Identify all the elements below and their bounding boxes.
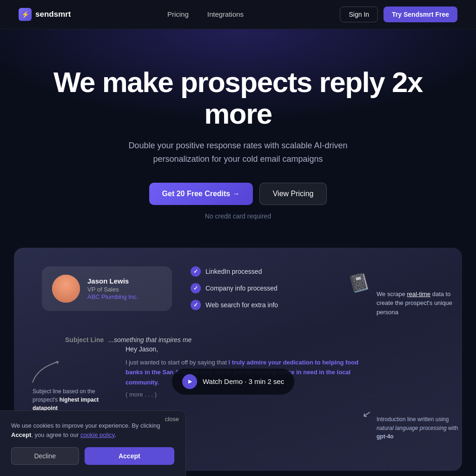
logo-text: sendsmrt [35,10,71,19]
nav-links: Pricing Integrations [167,10,244,19]
accept-button[interactable]: Accept [85,447,174,465]
email-greeting: Hey Jason, [126,345,363,353]
watch-demo-button[interactable]: Watch Demo · 3 min 2 sec [172,369,294,395]
subject-note: Subject line based on the prospect's hig… [33,387,112,412]
check-icon [191,266,201,277]
cta-primary-button[interactable]: Get 20 Free Credits → [149,183,253,205]
signin-button[interactable]: Sign In [340,7,378,22]
nav-actions: Sign In Try Sendsmrt Free [340,7,457,22]
prospect-card: Jason Lewis VP of Sales ABC Plumbing Inc… [42,266,172,311]
arrow-intro-icon: ↙ [362,408,372,421]
watch-demo-text: Watch Demo · 3 min 2 sec [203,377,284,385]
intro-note: Introduction line written using natural … [377,415,460,441]
navbar: ⚡ sendsmrt Pricing Integrations Sign In … [0,0,476,29]
logo[interactable]: ⚡ sendsmrt [19,8,71,21]
hero-headline: We make prospects reply 2x more [52,66,424,130]
check-company: Company info processed [191,283,278,293]
nav-integrations[interactable]: Integrations [207,10,244,18]
prospect-name: Jason Lewis [87,277,138,285]
try-free-button[interactable]: Try Sendsmrt Free [383,7,457,22]
check-linkedin-label: LinkedIn processed [205,268,262,275]
logo-icon: ⚡ [19,8,32,21]
nav-pricing[interactable]: Pricing [167,10,189,18]
avatar-face [52,275,80,303]
check-company-label: Company info processed [205,284,278,292]
hero-subheadline: Double your positive response rates with… [108,139,368,166]
cta-secondary-button[interactable]: View Pricing [259,183,327,205]
prospect-company: ABC Plumbing Inc. [87,293,138,300]
check-websearch: Web search for extra info [191,300,278,310]
check-linkedin: LinkedIn processed [191,266,278,277]
check-icon [191,283,201,293]
cookie-close-button[interactable]: close [165,416,179,423]
cookie-policy-link[interactable]: cookie policy [80,431,114,438]
avatar [52,275,80,303]
scrape-text: We scrape real-time data to create the p… [377,290,460,317]
prospect-info: Jason Lewis VP of Sales ABC Plumbing Inc… [87,277,138,300]
subject-value: ...something that inspires me [108,336,192,344]
hero-buttons: Get 20 Free Credits → View Pricing [19,183,457,205]
prospect-title: VP of Sales [87,286,138,293]
no-credit-card-text: No credit card required [19,212,457,220]
check-icon [191,300,201,310]
subject-label: Subject Line [65,336,104,344]
subject-area: Subject Line ...something that inspires … [42,336,192,344]
cookie-banner: close We use cookies to improve your exp… [0,410,186,476]
checks-panel: LinkedIn processed Company info processe… [191,266,278,310]
play-icon [182,374,197,389]
notebook-icon: 📓 [346,271,371,295]
decline-button[interactable]: Decline [11,447,79,465]
hero-section: We make prospects reply 2x more Double y… [0,29,476,248]
cookie-buttons: Decline Accept [11,447,174,465]
check-websearch-label: Web search for extra info [205,301,278,309]
cookie-text: We use cookies to improve your experienc… [11,421,174,440]
